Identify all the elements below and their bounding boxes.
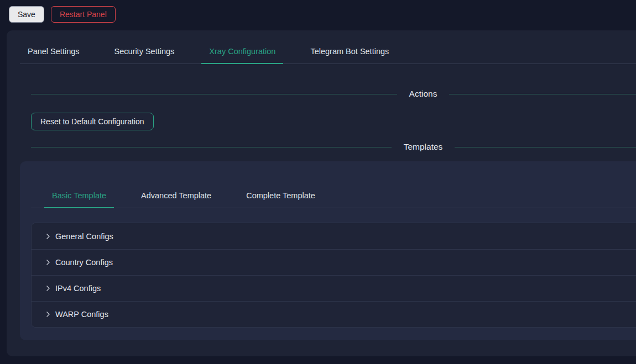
panel-warp-configs[interactable]: WARP Configs (32, 301, 636, 327)
tab-security-settings[interactable]: Security Settings (107, 43, 183, 64)
actions-divider-label: Actions (409, 88, 437, 99)
panel-label: IPv4 Configs (55, 284, 101, 293)
reset-default-configuration-button[interactable]: Reset to Default Configuration (31, 113, 154, 130)
settings-card: Panel Settings Security Settings Xray Co… (7, 30, 636, 356)
tab-basic-template[interactable]: Basic Template (44, 187, 114, 208)
chevron-right-icon (45, 285, 51, 292)
restart-panel-button[interactable]: Restart Panel (51, 6, 116, 23)
actions-divider: Actions (31, 88, 636, 99)
topbar: Save Restart Panel (0, 0, 636, 29)
divider-line (449, 94, 636, 94)
divider-line (455, 147, 636, 147)
tab-telegram-bot-settings[interactable]: Telegram Bot Settings (303, 43, 397, 64)
panel-label: WARP Configs (55, 310, 108, 319)
template-tab-bar: Basic Template Advanced Template Complet… (31, 187, 636, 208)
tab-panel-settings[interactable]: Panel Settings (20, 43, 87, 64)
tab-advanced-template[interactable]: Advanced Template (133, 187, 219, 208)
chevron-right-icon (45, 311, 51, 318)
main-tab-bar: Panel Settings Security Settings Xray Co… (20, 43, 636, 64)
divider-line (31, 147, 392, 147)
templates-divider: Templates (31, 141, 636, 152)
panel-ipv4-configs[interactable]: IPv4 Configs (32, 275, 636, 301)
panel-label: Country Configs (55, 258, 113, 267)
save-button[interactable]: Save (9, 6, 44, 23)
panel-country-configs[interactable]: Country Configs (32, 249, 636, 275)
divider-line (31, 94, 397, 94)
page: Save Restart Panel Panel Settings Securi… (0, 0, 636, 356)
panel-label: General Configs (55, 232, 113, 241)
tab-xray-configuration[interactable]: Xray Configuration (201, 43, 283, 64)
templates-card: Basic Template Advanced Template Complet… (20, 161, 636, 340)
templates-divider-label: Templates (404, 141, 443, 152)
tab-complete-template[interactable]: Complete Template (238, 187, 323, 208)
chevron-right-icon (45, 233, 51, 240)
chevron-right-icon (45, 259, 51, 266)
panel-general-configs[interactable]: General Configs (32, 223, 636, 249)
config-accordion: General Configs Country Configs (31, 223, 636, 328)
